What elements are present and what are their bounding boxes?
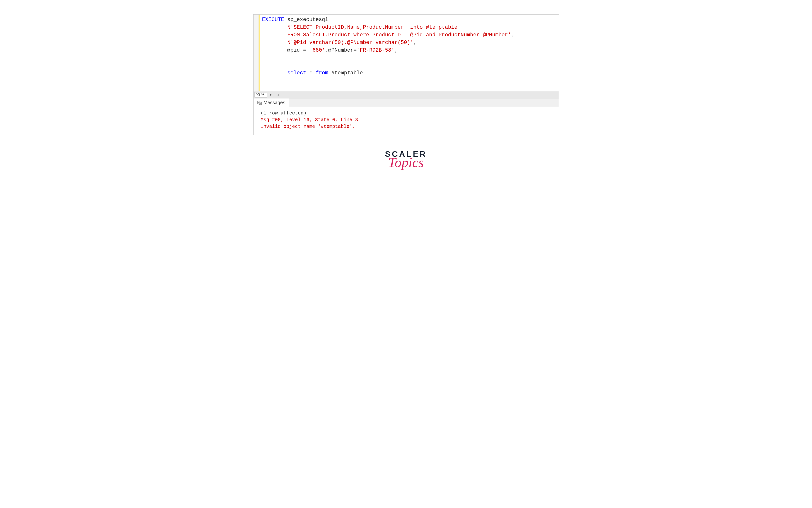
results-tab-strip: Messages xyxy=(253,98,559,107)
change-marker xyxy=(258,14,260,91)
sql-string-line3: FROM SalesLT.Product where ProductID = @… xyxy=(287,32,511,38)
code-editor[interactable]: EXECUTE sp_executesql N'SELECT ProductID… xyxy=(260,14,559,91)
gutter-background xyxy=(253,14,258,91)
param-pnumber: @PNumber xyxy=(328,47,353,53)
keyword-from: from xyxy=(316,70,328,76)
tab-messages-label: Messages xyxy=(264,100,285,105)
editor-gutter xyxy=(253,14,260,91)
brand-logo: SCALER Topics xyxy=(385,149,427,170)
zoom-value[interactable]: 90 % xyxy=(254,92,267,97)
comma: , xyxy=(413,40,416,46)
message-error-body: Invalid object name '#temptable'. xyxy=(261,123,552,130)
star: * xyxy=(306,70,316,76)
keyword-execute: EXECUTE xyxy=(262,17,284,23)
proc-name: sp_executesql xyxy=(284,17,328,23)
param-pid: @pid xyxy=(287,47,303,53)
sql-string-line2: N'SELECT ProductID,Name,ProductNumber in… xyxy=(287,25,458,30)
brand-topics-text: Topics xyxy=(385,154,427,170)
tab-messages[interactable]: Messages xyxy=(253,98,289,107)
semicolon: ; xyxy=(394,47,397,53)
message-rows-affected: (1 row affected) xyxy=(261,110,552,117)
temptable-ref: #temptable xyxy=(328,70,363,76)
comma: , xyxy=(511,32,514,38)
value-680: '680' xyxy=(306,47,325,53)
message-error-header: Msg 208, Level 16, State 0, Line 8 xyxy=(261,117,552,123)
sql-string-line4: N'@Pid varchar(50),@PNumber varchar(50)' xyxy=(287,40,413,46)
messages-pane[interactable]: (1 row affected) Msg 208, Level 16, Stat… xyxy=(253,107,559,135)
zoom-dropdown-arrow[interactable]: ▼ xyxy=(268,93,273,96)
editor-pane: EXECUTE sp_executesql N'SELECT ProductID… xyxy=(253,14,559,91)
ssms-window: EXECUTE sp_executesql N'SELECT ProductID… xyxy=(253,14,559,135)
messages-icon xyxy=(257,100,262,105)
zoom-status-bar: 90 % ▼ ◄ xyxy=(253,91,559,98)
value-fr: 'FR-R92B-58' xyxy=(357,47,394,53)
keyword-select: select xyxy=(287,70,306,76)
scroll-left-icon[interactable]: ◄ xyxy=(276,93,280,97)
zoom-control[interactable]: 90 % ▼ xyxy=(254,92,273,97)
